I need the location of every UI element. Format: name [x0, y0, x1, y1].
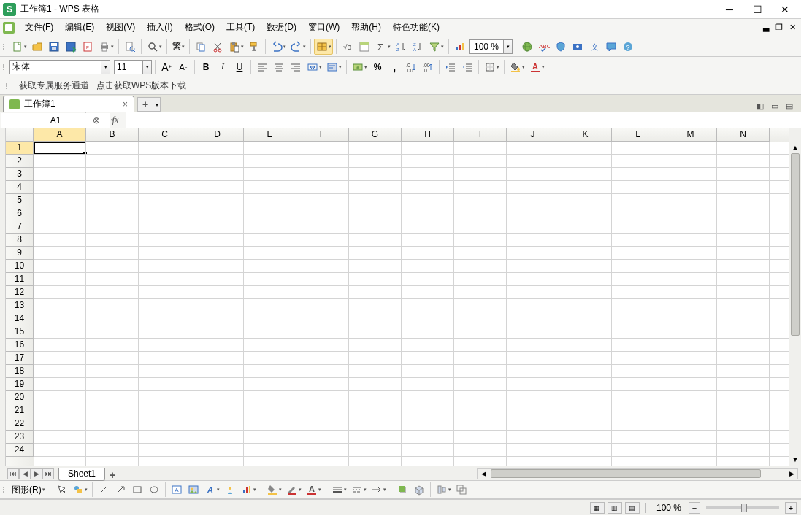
dash-style-button[interactable]: [349, 482, 368, 498]
close-tab-button[interactable]: ×: [123, 99, 128, 109]
new-button[interactable]: [9, 39, 28, 55]
inner-close-button[interactable]: ✕: [786, 23, 798, 33]
menu-data[interactable]: 数据(D): [261, 19, 302, 36]
select-objects-button[interactable]: [53, 482, 69, 498]
draw-menu-button[interactable]: 图形(R): [9, 482, 47, 498]
column-header[interactable]: J: [507, 128, 559, 142]
menu-window[interactable]: 窗口(W): [302, 19, 345, 36]
underline-button[interactable]: U: [231, 59, 248, 75]
row-header[interactable]: 16: [6, 339, 34, 352]
horizontal-scrollbar[interactable]: ◀ ▶: [477, 468, 798, 479]
zoom-dropdown[interactable]: ▾: [504, 39, 513, 54]
fill-color-button-2[interactable]: [264, 482, 283, 498]
row-header[interactable]: 18: [6, 365, 34, 378]
arrow-style-button[interactable]: [369, 482, 388, 498]
3d-button[interactable]: [411, 482, 427, 498]
row-header[interactable]: 22: [6, 417, 34, 431]
column-header[interactable]: H: [402, 128, 454, 142]
export-pdf-button[interactable]: P: [80, 39, 96, 55]
undo-button[interactable]: [269, 39, 288, 55]
arrow-button[interactable]: [112, 482, 129, 498]
copy-button[interactable]: [193, 39, 209, 55]
print-preview-button[interactable]: [122, 39, 138, 55]
column-header[interactable]: G: [349, 128, 402, 142]
toolbar-handle[interactable]: [3, 60, 7, 74]
menu-file[interactable]: 文件(F): [19, 19, 59, 36]
row-header[interactable]: 12: [6, 286, 34, 299]
formula-input[interactable]: [126, 112, 801, 128]
print-button[interactable]: [96, 39, 115, 55]
currency-button[interactable]: ¥: [350, 59, 369, 75]
row-header[interactable]: 21: [6, 404, 34, 417]
sort-desc-button[interactable]: ZA: [410, 39, 426, 55]
cut-button[interactable]: [210, 39, 226, 55]
scroll-left-button[interactable]: ◀: [478, 469, 489, 479]
row-header[interactable]: 24: [6, 444, 34, 457]
fx-button[interactable]: fx: [108, 115, 123, 126]
vertical-scrollbar[interactable]: ▲ ▼: [789, 142, 801, 466]
scroll-down-button[interactable]: ▼: [789, 454, 801, 466]
tab-option-icon-3[interactable]: ▤: [783, 100, 795, 112]
group-button[interactable]: [453, 482, 470, 498]
autoshapes-button[interactable]: [70, 482, 89, 498]
row-header[interactable]: 5: [6, 194, 34, 207]
textbox-button[interactable]: A: [169, 482, 185, 498]
paste-button[interactable]: [226, 39, 245, 55]
menu-help[interactable]: 帮助(H): [345, 19, 387, 36]
format-painter-button[interactable]: [246, 39, 262, 55]
column-header[interactable]: N: [717, 128, 770, 142]
open-button[interactable]: [29, 39, 45, 55]
row-header[interactable]: 6: [6, 207, 34, 220]
column-header[interactable]: D: [191, 128, 244, 142]
toolbar-handle[interactable]: [3, 482, 7, 497]
formula-button[interactable]: √α: [340, 39, 356, 55]
inner-minimize-button[interactable]: ▃: [760, 23, 772, 33]
increase-indent-button[interactable]: [459, 59, 475, 75]
find-button[interactable]: [145, 39, 164, 55]
next-sheet-button[interactable]: ▶: [31, 468, 42, 479]
decrease-indent-button[interactable]: [442, 59, 459, 75]
row-header[interactable]: 14: [6, 312, 34, 325]
row-header[interactable]: 10: [6, 260, 34, 273]
row-header[interactable]: 17: [6, 352, 34, 365]
insert-picture-button[interactable]: [185, 482, 202, 498]
chart-button-2[interactable]: [239, 482, 258, 498]
align-right-button[interactable]: [288, 59, 304, 75]
page-break-view-button[interactable]: ▤: [625, 502, 640, 514]
row-header[interactable]: 8: [6, 234, 34, 247]
column-header[interactable]: A: [34, 128, 86, 142]
row-header[interactable]: 19: [6, 378, 34, 391]
font-size-dropdown[interactable]: ▾: [143, 60, 152, 74]
select-all-corner[interactable]: [6, 128, 34, 142]
add-sheet-button[interactable]: +: [105, 469, 120, 481]
reading-layout-button[interactable]: [314, 39, 333, 55]
oval-button[interactable]: [146, 482, 162, 498]
vertical-scroll-thumb[interactable]: [791, 153, 800, 336]
row-header[interactable]: 13: [6, 299, 34, 312]
active-cell[interactable]: [34, 142, 86, 155]
italic-button[interactable]: I: [215, 59, 231, 75]
new-tab-dropdown[interactable]: ▾: [153, 97, 161, 112]
chart-button[interactable]: [452, 39, 468, 55]
function-button[interactable]: [356, 39, 372, 55]
page-layout-view-button[interactable]: ▥: [608, 502, 622, 514]
promo-download-link[interactable]: 点击获取WPS版本下载: [96, 80, 186, 92]
column-header[interactable]: B: [86, 128, 139, 142]
maximize-button[interactable]: ☐: [744, 1, 770, 18]
hyperlink-button[interactable]: [519, 39, 535, 55]
row-header[interactable]: 20: [6, 391, 34, 404]
align-left-button[interactable]: [254, 59, 270, 75]
line-button[interactable]: [96, 482, 112, 498]
tab-option-icon-1[interactable]: ◧: [754, 100, 766, 112]
column-header[interactable]: C: [139, 128, 191, 142]
font-name-dropdown[interactable]: ▾: [101, 60, 110, 74]
normal-view-button[interactable]: ▦: [590, 502, 605, 514]
row-header[interactable]: 3: [6, 168, 34, 181]
autosum-button[interactable]: Σ: [373, 39, 392, 55]
screenshot-button[interactable]: [570, 39, 586, 55]
clipart-button[interactable]: [222, 482, 238, 498]
shadow-button[interactable]: [394, 482, 410, 498]
zoom-input[interactable]: [469, 39, 504, 54]
increase-font-button[interactable]: A+: [158, 59, 175, 75]
row-header[interactable]: 15: [6, 325, 34, 339]
